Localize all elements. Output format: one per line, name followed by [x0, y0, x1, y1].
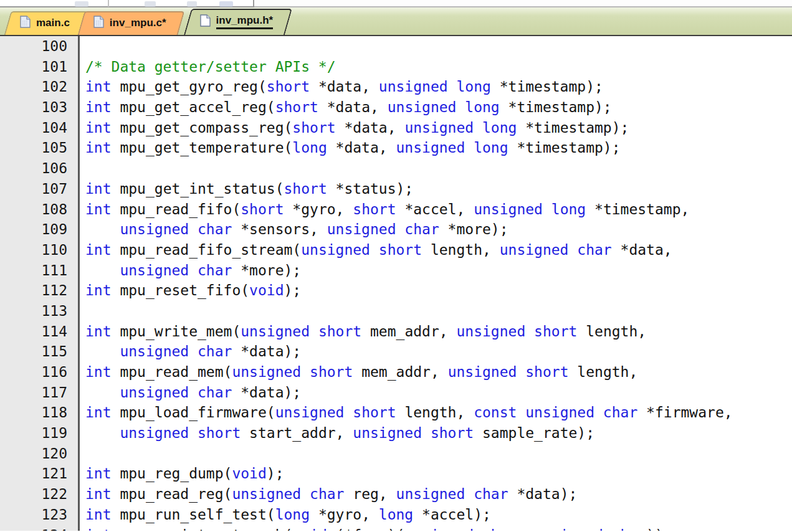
- code-line[interactable]: int mpu_run_self_test(long *gyro, long *…: [85, 505, 792, 525]
- code-text: *firmware,: [637, 404, 732, 420]
- line-number: 108: [0, 199, 78, 220]
- code-line[interactable]: [85, 158, 792, 179]
- code-text: mem_addr,: [361, 323, 456, 340]
- code-text: mpu_register_tap_cb(: [112, 527, 293, 531]
- code-line[interactable]: int mpu_get_int_status(short *status);: [85, 179, 792, 199]
- code-keyword: unsigned char: [327, 221, 439, 237]
- code-line[interactable]: int mpu_read_fifo(short *gyro, short *ac…: [85, 199, 792, 220]
- code-keyword: unsigned long: [396, 140, 508, 156]
- code-keyword: unsigned long: [474, 201, 586, 217]
- code-text: *gyro,: [284, 201, 353, 217]
- code-line[interactable]: int mpu_get_accel_reg(short *data, unsig…: [85, 97, 792, 118]
- code-text: mpu_write_mem(: [112, 323, 241, 340]
- code-keyword: unsigned char: [500, 242, 612, 258]
- line-number: 116: [0, 362, 78, 382]
- code-line[interactable]: int mpu_register_tap_cb(void (*func)(uns…: [85, 525, 792, 531]
- toolbar-icon: [219, 1, 233, 7]
- code-line[interactable]: unsigned char *data);: [85, 341, 792, 362]
- code-keyword: long: [379, 506, 413, 523]
- tab-inv-mpu-h-active[interactable]: inv_mpu.h*: [188, 9, 289, 35]
- code-line[interactable]: int mpu_get_gyro_reg(short *data, unsign…: [85, 77, 792, 97]
- code-text: ));: [646, 527, 672, 531]
- line-number: 103: [0, 97, 78, 118]
- code-text: );: [267, 465, 284, 482]
- line-number: 124: [0, 525, 78, 531]
- code-keyword: short: [241, 201, 284, 217]
- code-text: *data,: [310, 78, 379, 95]
- code-text: mpu_read_reg(: [112, 486, 232, 502]
- line-number: 102: [0, 77, 78, 97]
- line-number: 121: [0, 463, 78, 484]
- code-keyword: int: [85, 486, 112, 502]
- toolbar-separator: [108, 0, 109, 7]
- code-line[interactable]: int mpu_get_compass_reg(short *data, uns…: [85, 118, 792, 138]
- code-keyword: short: [267, 78, 310, 95]
- line-number: 104: [0, 118, 78, 138]
- code-text: *accel,: [396, 201, 474, 217]
- tab-inv-mpu-c[interactable]: inv_mpu.c*: [81, 11, 181, 35]
- code-area[interactable]: /* Data getter/setter APIs */int mpu_get…: [80, 36, 792, 531]
- code-line[interactable]: int mpu_get_temperature(long *data, unsi…: [85, 138, 792, 158]
- document-icon: [200, 14, 211, 29]
- code-keyword: int: [85, 404, 112, 420]
- code-text: reg,: [344, 486, 396, 502]
- code-keyword: int: [85, 181, 112, 197]
- code-line[interactable]: int mpu_read_fifo_stream(unsigned short …: [85, 240, 792, 260]
- line-number: 123: [0, 505, 78, 525]
- code-keyword: int: [85, 140, 112, 156]
- code-line[interactable]: [85, 36, 792, 57]
- code-text: (*func)(: [327, 527, 405, 531]
- code-keyword: unsigned char: [534, 527, 646, 531]
- code-line[interactable]: unsigned char *sensors, unsigned char *m…: [85, 219, 792, 240]
- code-keyword: int: [85, 120, 112, 136]
- line-number: 120: [0, 444, 78, 464]
- code-keyword: int: [85, 282, 112, 298]
- code-line[interactable]: unsigned char *data);: [85, 382, 792, 403]
- code-keyword: short: [284, 181, 327, 197]
- code-keyword: void: [292, 527, 327, 531]
- line-number-gutter: 1001011021031041051061071081091101111121…: [0, 36, 80, 531]
- code-line[interactable]: int mpu_reset_fifo(void);: [85, 280, 792, 301]
- code-line[interactable]: unsigned short start_addr, unsigned shor…: [85, 423, 792, 444]
- code-text: [85, 425, 120, 441]
- code-keyword: unsigned long: [379, 78, 491, 95]
- code-keyword: void: [249, 282, 284, 298]
- code-text: *data);: [508, 486, 578, 502]
- code-line[interactable]: [85, 444, 792, 464]
- code-line[interactable]: int mpu_load_firmware(unsigned short len…: [85, 402, 792, 423]
- code-text: start_addr,: [241, 425, 353, 441]
- code-keyword: unsigned long: [404, 120, 517, 136]
- code-text: length,: [569, 364, 638, 380]
- code-text: *timestamp);: [500, 99, 612, 115]
- toolbar-panel: [0, 0, 254, 7]
- code-line[interactable]: int mpu_read_reg(unsigned char reg, unsi…: [85, 484, 792, 505]
- code-text: mpu_load_firmware(: [112, 404, 275, 420]
- code-text: mpu_get_temperature(: [112, 140, 293, 156]
- code-keyword: int: [85, 323, 112, 340]
- code-line[interactable]: [85, 301, 792, 321]
- code-line[interactable]: int mpu_write_mem(unsigned short mem_add…: [85, 321, 792, 342]
- code-text: length,: [422, 242, 500, 258]
- code-text: [85, 343, 120, 359]
- code-text: *timestamp);: [491, 78, 603, 95]
- code-text: mpu_get_compass_reg(: [112, 120, 293, 136]
- tab-main-c[interactable]: main.c: [7, 11, 85, 35]
- code-line[interactable]: int mpu_reg_dump(void);: [85, 463, 792, 484]
- code-keyword: long: [292, 140, 327, 156]
- code-text: mpu_get_gyro_reg(: [112, 78, 267, 95]
- code-keyword: unsigned short: [241, 323, 361, 340]
- code-keyword: unsigned char: [396, 486, 508, 502]
- code-text: );: [284, 282, 302, 298]
- code-line[interactable]: unsigned char *more);: [85, 260, 792, 281]
- code-keyword: unsigned short: [120, 425, 241, 441]
- line-number: 110: [0, 240, 78, 260]
- code-line[interactable]: /* Data getter/setter APIs */: [85, 57, 792, 77]
- tab-bar: main.c inv_mpu.c* inv_mpu.h*: [0, 7, 792, 36]
- line-number: 105: [0, 138, 78, 158]
- tab-label: inv_mpu.c*: [110, 17, 166, 29]
- code-text: *sensors,: [232, 221, 327, 237]
- code-keyword: long: [275, 506, 310, 523]
- code-line[interactable]: int mpu_read_mem(unsigned short mem_addr…: [85, 362, 792, 382]
- code-text: [85, 262, 120, 278]
- code-keyword: int: [85, 201, 112, 217]
